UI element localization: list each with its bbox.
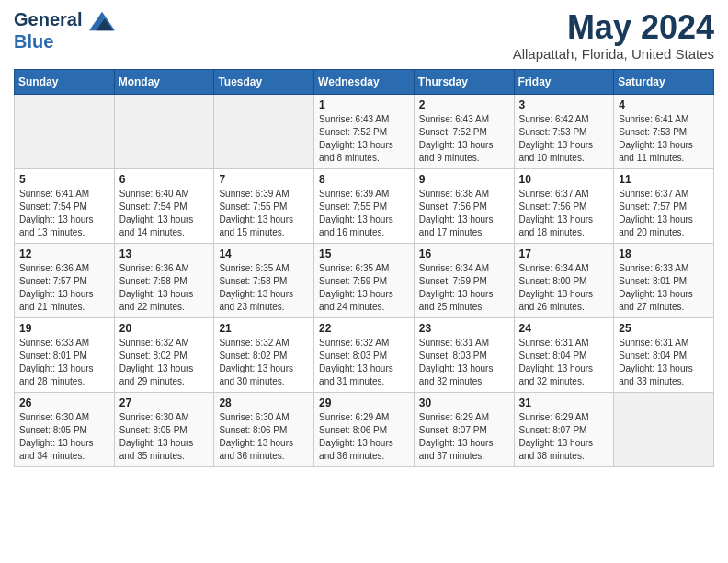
table-row: 12Sunrise: 6:36 AM Sunset: 7:57 PM Dayli… bbox=[15, 243, 115, 317]
table-row bbox=[214, 94, 314, 168]
calendar-container: General Blue May 2024 Allapattah, Florid… bbox=[0, 0, 728, 481]
day-info: Sunrise: 6:39 AM Sunset: 7:55 PM Dayligh… bbox=[219, 188, 309, 239]
calendar-subtitle: Allapattah, Florida, United States bbox=[513, 46, 714, 62]
logo: General Blue bbox=[14, 9, 115, 52]
day-number: 9 bbox=[419, 173, 509, 186]
logo-general: General bbox=[14, 9, 82, 29]
day-number: 1 bbox=[319, 98, 409, 111]
day-info: Sunrise: 6:36 AM Sunset: 7:57 PM Dayligh… bbox=[19, 262, 109, 314]
calendar-table: Sunday Monday Tuesday Wednesday Thursday… bbox=[14, 69, 714, 467]
header-row: Sunday Monday Tuesday Wednesday Thursday… bbox=[15, 69, 714, 94]
day-number: 7 bbox=[219, 173, 309, 186]
day-number: 25 bbox=[619, 322, 709, 335]
day-info: Sunrise: 6:37 AM Sunset: 7:56 PM Dayligh… bbox=[519, 188, 609, 239]
day-info: Sunrise: 6:33 AM Sunset: 8:01 PM Dayligh… bbox=[19, 337, 109, 388]
table-row: 3Sunrise: 6:42 AM Sunset: 7:53 PM Daylig… bbox=[514, 94, 614, 168]
day-info: Sunrise: 6:36 AM Sunset: 7:58 PM Dayligh… bbox=[119, 262, 210, 314]
logo-blue: Blue bbox=[14, 31, 115, 52]
table-row: 21Sunrise: 6:32 AM Sunset: 8:02 PM Dayli… bbox=[214, 317, 314, 392]
day-number: 27 bbox=[119, 396, 210, 409]
day-info: Sunrise: 6:41 AM Sunset: 7:53 PM Dayligh… bbox=[619, 113, 709, 165]
col-wednesday: Wednesday bbox=[314, 69, 415, 94]
day-number: 5 bbox=[19, 173, 109, 186]
day-info: Sunrise: 6:29 AM Sunset: 8:06 PM Dayligh… bbox=[319, 411, 409, 463]
col-thursday: Thursday bbox=[414, 69, 514, 94]
day-info: Sunrise: 6:31 AM Sunset: 8:03 PM Dayligh… bbox=[419, 337, 509, 388]
day-number: 14 bbox=[219, 247, 309, 260]
day-info: Sunrise: 6:29 AM Sunset: 8:07 PM Dayligh… bbox=[519, 411, 609, 463]
header: General Blue May 2024 Allapattah, Florid… bbox=[14, 9, 714, 62]
day-info: Sunrise: 6:34 AM Sunset: 8:00 PM Dayligh… bbox=[519, 262, 609, 314]
day-info: Sunrise: 6:33 AM Sunset: 8:01 PM Dayligh… bbox=[619, 262, 709, 314]
table-row: 29Sunrise: 6:29 AM Sunset: 8:06 PM Dayli… bbox=[314, 392, 415, 466]
table-row bbox=[15, 94, 115, 168]
day-number: 23 bbox=[419, 322, 509, 335]
day-info: Sunrise: 6:31 AM Sunset: 8:04 PM Dayligh… bbox=[519, 337, 609, 388]
day-info: Sunrise: 6:41 AM Sunset: 7:54 PM Dayligh… bbox=[19, 188, 109, 239]
table-row: 6Sunrise: 6:40 AM Sunset: 7:54 PM Daylig… bbox=[114, 168, 214, 243]
table-row: 9Sunrise: 6:38 AM Sunset: 7:56 PM Daylig… bbox=[414, 168, 514, 243]
day-number: 8 bbox=[319, 173, 409, 186]
table-row: 15Sunrise: 6:35 AM Sunset: 7:59 PM Dayli… bbox=[314, 243, 415, 317]
day-number: 24 bbox=[519, 322, 609, 335]
table-row: 27Sunrise: 6:30 AM Sunset: 8:05 PM Dayli… bbox=[114, 392, 214, 466]
col-monday: Monday bbox=[114, 69, 214, 94]
day-info: Sunrise: 6:40 AM Sunset: 7:54 PM Dayligh… bbox=[119, 188, 210, 239]
table-row: 20Sunrise: 6:32 AM Sunset: 8:02 PM Dayli… bbox=[114, 317, 214, 392]
day-number: 30 bbox=[419, 396, 509, 409]
day-info: Sunrise: 6:30 AM Sunset: 8:06 PM Dayligh… bbox=[219, 411, 309, 463]
table-row: 30Sunrise: 6:29 AM Sunset: 8:07 PM Dayli… bbox=[414, 392, 514, 466]
day-info: Sunrise: 6:38 AM Sunset: 7:56 PM Dayligh… bbox=[419, 188, 509, 239]
table-row: 13Sunrise: 6:36 AM Sunset: 7:58 PM Dayli… bbox=[114, 243, 214, 317]
day-number: 21 bbox=[219, 322, 309, 335]
day-number: 13 bbox=[119, 247, 210, 260]
table-row: 7Sunrise: 6:39 AM Sunset: 7:55 PM Daylig… bbox=[214, 168, 314, 243]
table-row: 8Sunrise: 6:39 AM Sunset: 7:55 PM Daylig… bbox=[314, 168, 415, 243]
day-info: Sunrise: 6:39 AM Sunset: 7:55 PM Dayligh… bbox=[319, 188, 409, 239]
day-number: 4 bbox=[619, 98, 709, 111]
day-number: 10 bbox=[519, 173, 609, 186]
table-row: 2Sunrise: 6:43 AM Sunset: 7:52 PM Daylig… bbox=[414, 94, 514, 168]
day-info: Sunrise: 6:37 AM Sunset: 7:57 PM Dayligh… bbox=[619, 188, 709, 239]
day-info: Sunrise: 6:35 AM Sunset: 7:58 PM Dayligh… bbox=[219, 262, 309, 314]
table-row: 11Sunrise: 6:37 AM Sunset: 7:57 PM Dayli… bbox=[614, 168, 714, 243]
table-row bbox=[114, 94, 214, 168]
day-info: Sunrise: 6:30 AM Sunset: 8:05 PM Dayligh… bbox=[119, 411, 210, 463]
day-number: 11 bbox=[619, 173, 709, 186]
day-number: 22 bbox=[319, 322, 409, 335]
day-number: 31 bbox=[519, 396, 609, 409]
table-row: 25Sunrise: 6:31 AM Sunset: 8:04 PM Dayli… bbox=[614, 317, 714, 392]
calendar-title: May 2024 bbox=[513, 9, 714, 46]
day-number: 15 bbox=[319, 247, 409, 260]
week-row-3: 19Sunrise: 6:33 AM Sunset: 8:01 PM Dayli… bbox=[15, 317, 714, 392]
table-row: 5Sunrise: 6:41 AM Sunset: 7:54 PM Daylig… bbox=[15, 168, 115, 243]
title-block: May 2024 Allapattah, Florida, United Sta… bbox=[513, 9, 714, 62]
week-row-0: 1Sunrise: 6:43 AM Sunset: 7:52 PM Daylig… bbox=[15, 94, 714, 168]
table-row: 1Sunrise: 6:43 AM Sunset: 7:52 PM Daylig… bbox=[314, 94, 415, 168]
day-info: Sunrise: 6:32 AM Sunset: 8:02 PM Dayligh… bbox=[119, 337, 210, 388]
day-info: Sunrise: 6:29 AM Sunset: 8:07 PM Dayligh… bbox=[419, 411, 509, 463]
table-row: 28Sunrise: 6:30 AM Sunset: 8:06 PM Dayli… bbox=[214, 392, 314, 466]
day-number: 17 bbox=[519, 247, 609, 260]
col-sunday: Sunday bbox=[15, 69, 115, 94]
day-number: 28 bbox=[219, 396, 309, 409]
day-number: 20 bbox=[119, 322, 210, 335]
day-info: Sunrise: 6:35 AM Sunset: 7:59 PM Dayligh… bbox=[319, 262, 409, 314]
col-tuesday: Tuesday bbox=[214, 69, 314, 94]
day-number: 12 bbox=[19, 247, 109, 260]
day-info: Sunrise: 6:32 AM Sunset: 8:03 PM Dayligh… bbox=[319, 337, 409, 388]
day-number: 3 bbox=[519, 98, 609, 111]
table-row: 24Sunrise: 6:31 AM Sunset: 8:04 PM Dayli… bbox=[514, 317, 614, 392]
day-number: 6 bbox=[119, 173, 210, 186]
table-row bbox=[614, 392, 714, 466]
day-number: 16 bbox=[419, 247, 509, 260]
day-info: Sunrise: 6:32 AM Sunset: 8:02 PM Dayligh… bbox=[219, 337, 309, 388]
day-number: 29 bbox=[319, 396, 409, 409]
table-row: 31Sunrise: 6:29 AM Sunset: 8:07 PM Dayli… bbox=[514, 392, 614, 466]
table-row: 10Sunrise: 6:37 AM Sunset: 7:56 PM Dayli… bbox=[514, 168, 614, 243]
table-row: 22Sunrise: 6:32 AM Sunset: 8:03 PM Dayli… bbox=[314, 317, 415, 392]
day-info: Sunrise: 6:42 AM Sunset: 7:53 PM Dayligh… bbox=[519, 113, 609, 165]
table-row: 16Sunrise: 6:34 AM Sunset: 7:59 PM Dayli… bbox=[414, 243, 514, 317]
week-row-2: 12Sunrise: 6:36 AM Sunset: 7:57 PM Dayli… bbox=[15, 243, 714, 317]
day-info: Sunrise: 6:31 AM Sunset: 8:04 PM Dayligh… bbox=[619, 337, 709, 388]
